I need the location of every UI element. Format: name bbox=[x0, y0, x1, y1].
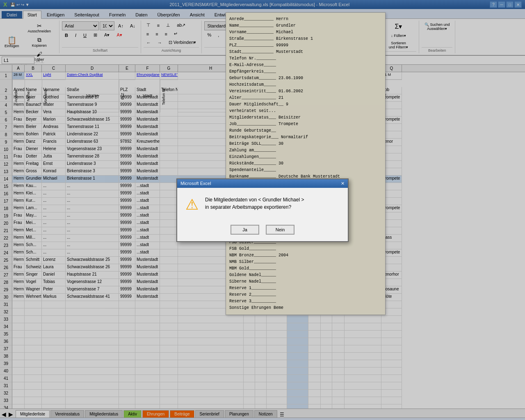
dialog-yes-button[interactable]: Ja bbox=[231, 225, 259, 235]
dialog-title-text: Microsoft Excel bbox=[180, 181, 211, 186]
dialog-close-icon[interactable]: ✕ bbox=[341, 181, 345, 186]
dialog-body: ⚠ Die Mitgliederdaten von < Grundler Mic… bbox=[177, 188, 348, 221]
dialog-overlay: Microsoft Excel ✕ ⚠ Die Mitgliederdaten … bbox=[0, 0, 525, 420]
dialog-title-bar: Microsoft Excel ✕ bbox=[177, 179, 348, 188]
dialog-box: Microsoft Excel ✕ ⚠ Die Mitgliederdaten … bbox=[176, 178, 349, 242]
dialog-warning-icon: ⚠ bbox=[185, 196, 199, 213]
dialog-message: Die Mitgliederdaten von < Grundler Micha… bbox=[205, 196, 340, 211]
dialog-buttons: Ja Nein bbox=[177, 221, 348, 241]
dialog-no-button[interactable]: Nein bbox=[266, 225, 294, 235]
